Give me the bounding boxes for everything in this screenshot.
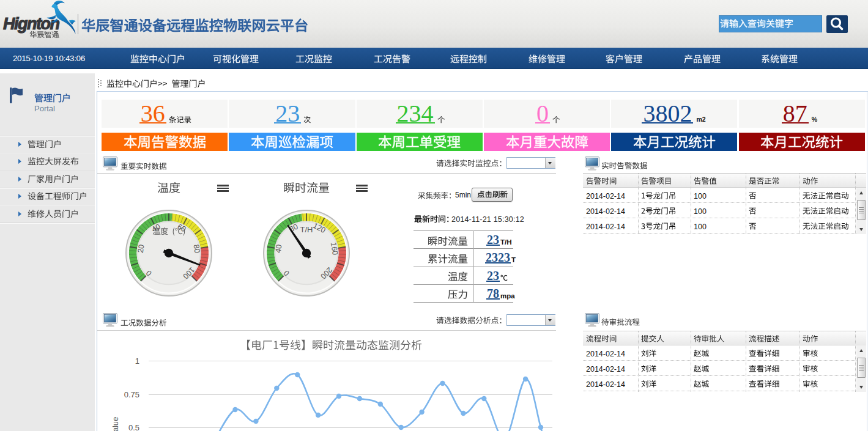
svg-text:20: 20 [136, 244, 146, 254]
svg-text:T/H: T/H [300, 225, 313, 234]
svg-text:40: 40 [274, 244, 284, 254]
svg-text:80: 80 [191, 244, 201, 254]
